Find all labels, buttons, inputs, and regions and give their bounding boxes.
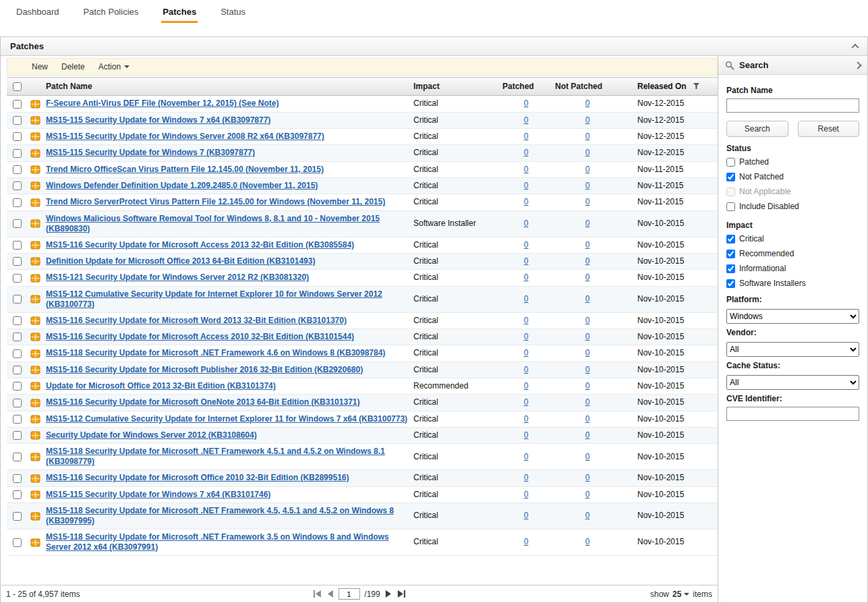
- vendor-select[interactable]: All: [726, 342, 859, 357]
- patch-name-link[interactable]: MS15-116 Security Update for Microsoft A…: [46, 240, 354, 250]
- patched-count-link[interactable]: 0: [524, 381, 529, 391]
- row-checkbox[interactable]: [13, 149, 22, 158]
- not-patched-count-link[interactable]: 0: [585, 430, 590, 440]
- patched-count-link[interactable]: 0: [524, 294, 529, 304]
- select-all-checkbox[interactable]: [13, 82, 22, 91]
- column-patch-name[interactable]: Patch Name: [43, 78, 411, 96]
- row-checkbox[interactable]: [13, 257, 22, 266]
- patch-name-link[interactable]: MS15-121 Security Update for Windows Ser…: [46, 272, 309, 282]
- tab-status[interactable]: Status: [219, 0, 247, 23]
- patch-name-link[interactable]: MS15-116 Security Update for Microsoft O…: [46, 397, 359, 407]
- row-checkbox[interactable]: [13, 490, 22, 499]
- page-size-dropdown[interactable]: 25: [672, 590, 689, 599]
- not-patched-count-link[interactable]: 0: [585, 98, 590, 108]
- include-disabled-filter-checkbox[interactable]: [726, 202, 735, 211]
- patch-name-link[interactable]: MS15-116 Security Update for Microsoft W…: [46, 316, 347, 325]
- patched-count-link[interactable]: 0: [524, 181, 529, 190]
- row-checkbox[interactable]: [13, 100, 22, 109]
- row-checkbox[interactable]: [13, 333, 22, 341]
- not-patched-count-link[interactable]: 0: [585, 165, 590, 174]
- previous-page-button[interactable]: [326, 590, 333, 598]
- patch-name-link[interactable]: Windows Malicious Software Removal Tool …: [46, 214, 380, 233]
- patched-count-link[interactable]: 0: [524, 473, 529, 482]
- row-checkbox[interactable]: [13, 431, 22, 440]
- not-patched-count-link[interactable]: 0: [585, 490, 590, 499]
- row-checkbox[interactable]: [13, 295, 22, 304]
- not-patched-count-link[interactable]: 0: [585, 348, 590, 357]
- not-patched-count-link[interactable]: 0: [585, 148, 590, 157]
- first-page-button[interactable]: [312, 590, 322, 598]
- patch-name-link[interactable]: MS15-112 Cumulative Security Update for …: [46, 289, 382, 309]
- patch-name-link[interactable]: Trend Micro ServerProtect Virus Pattern …: [46, 197, 385, 206]
- tab-patch-policies[interactable]: Patch Policies: [82, 0, 140, 23]
- patch-name-link[interactable]: MS15-118 Security Update for Microsoft .…: [46, 348, 385, 357]
- not-patched-count-link[interactable]: 0: [585, 256, 590, 266]
- row-checkbox[interactable]: [13, 181, 22, 190]
- not-patched-count-link[interactable]: 0: [585, 452, 590, 461]
- software-installers-filter-checkbox[interactable]: [726, 279, 735, 288]
- patch-name-link[interactable]: MS15-118 Security Update for Microsoft .…: [46, 447, 385, 466]
- row-checkbox[interactable]: [13, 366, 22, 374]
- patch-name-link[interactable]: Security Update for Windows Server 2012 …: [46, 430, 257, 440]
- cache-status-select[interactable]: All: [726, 375, 859, 390]
- critical-filter-checkbox[interactable]: [726, 235, 735, 243]
- not-patched-count-link[interactable]: 0: [585, 332, 590, 341]
- column-not-patched[interactable]: Not Patched: [552, 78, 623, 96]
- not-patched-count-link[interactable]: 0: [585, 414, 590, 424]
- not-patched-count-link[interactable]: 0: [585, 181, 590, 190]
- row-checkbox[interactable]: [13, 453, 22, 461]
- filter-icon[interactable]: [693, 82, 700, 90]
- row-checkbox[interactable]: [13, 116, 22, 125]
- cve-identifier-input[interactable]: [726, 407, 859, 421]
- last-page-button[interactable]: [397, 590, 406, 598]
- patch-name-link[interactable]: MS15-116 Security Update for Microsoft P…: [46, 365, 363, 374]
- patch-name-link[interactable]: MS15-112 Cumulative Security Update for …: [46, 414, 407, 424]
- patched-count-link[interactable]: 0: [524, 365, 529, 374]
- patched-count-link[interactable]: 0: [524, 115, 529, 125]
- column-released-on[interactable]: Released On: [623, 78, 718, 96]
- row-checkbox[interactable]: [13, 349, 22, 358]
- not-patched-count-link[interactable]: 0: [585, 397, 590, 407]
- status-option-patched[interactable]: Patched: [726, 154, 859, 169]
- row-checkbox[interactable]: [13, 474, 22, 483]
- not-patched-count-link[interactable]: 0: [585, 115, 590, 125]
- status-option-include-disabled[interactable]: Include Disabled: [726, 199, 859, 214]
- patched-count-link[interactable]: 0: [524, 316, 529, 325]
- not-patched-count-link[interactable]: 0: [585, 511, 590, 520]
- row-checkbox[interactable]: [13, 241, 22, 250]
- patched-filter-checkbox[interactable]: [726, 158, 735, 167]
- not-patched-count-link[interactable]: 0: [585, 272, 590, 282]
- row-checkbox[interactable]: [13, 274, 22, 283]
- not-patched-count-link[interactable]: 0: [585, 381, 590, 391]
- patch-name-filter-input[interactable]: [726, 98, 859, 113]
- patch-name-link[interactable]: Windows Defender Definition Update 1.209…: [46, 181, 318, 190]
- patched-count-link[interactable]: 0: [524, 272, 529, 282]
- collapse-search-chevron-icon[interactable]: [854, 61, 861, 69]
- not-patched-count-link[interactable]: 0: [585, 132, 590, 141]
- row-checkbox[interactable]: [13, 415, 22, 424]
- patched-count-link[interactable]: 0: [524, 452, 529, 461]
- not-patched-count-link[interactable]: 0: [585, 240, 590, 250]
- next-page-button[interactable]: [385, 590, 392, 598]
- column-impact[interactable]: Impact: [411, 78, 500, 96]
- row-checkbox[interactable]: [13, 399, 22, 407]
- patch-name-link[interactable]: MS15-118 Security Update for Microsoft .…: [46, 532, 389, 552]
- patched-count-link[interactable]: 0: [524, 348, 529, 357]
- row-checkbox[interactable]: [13, 219, 22, 228]
- patch-name-link[interactable]: F-Secure Anti-Virus DEF File (November 1…: [46, 98, 279, 108]
- patch-name-link[interactable]: MS15-116 Security Update for Microsoft O…: [46, 473, 349, 482]
- patch-name-link[interactable]: MS15-118 Security Update for Microsoft .…: [46, 506, 394, 525]
- delete-button[interactable]: Delete: [61, 62, 85, 71]
- patched-count-link[interactable]: 0: [524, 511, 529, 520]
- platform-select[interactable]: Windows: [726, 309, 859, 324]
- patched-count-link[interactable]: 0: [524, 332, 529, 341]
- patched-count-link[interactable]: 0: [524, 132, 529, 141]
- patched-count-link[interactable]: 0: [524, 98, 529, 108]
- collapse-panel-chevron-icon[interactable]: [851, 43, 859, 51]
- impact-option-informational[interactable]: Informational: [726, 261, 859, 276]
- not-patched-count-link[interactable]: 0: [585, 197, 590, 206]
- impact-option-critical[interactable]: Critical: [726, 231, 859, 246]
- patched-count-link[interactable]: 0: [524, 240, 529, 250]
- patched-count-link[interactable]: 0: [524, 165, 529, 174]
- patched-count-link[interactable]: 0: [524, 219, 529, 228]
